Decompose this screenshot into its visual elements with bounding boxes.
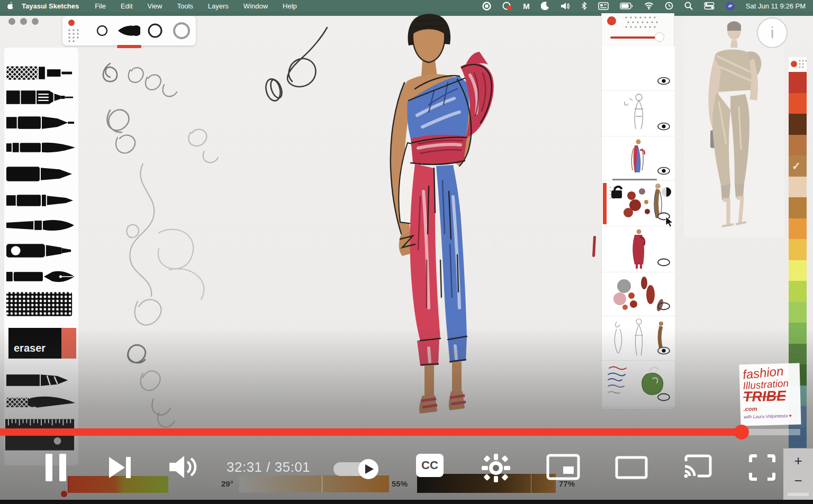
layer-hidden-eye-icon[interactable] bbox=[657, 393, 671, 404]
layer-red-figure[interactable] bbox=[602, 226, 675, 272]
assistant-app-icon[interactable] bbox=[726, 2, 735, 11]
menu-item-help[interactable]: Help bbox=[283, 2, 297, 10]
volume-button[interactable] bbox=[167, 454, 198, 480]
window-close-button[interactable] bbox=[8, 18, 15, 25]
zoom-out-button[interactable]: − bbox=[783, 473, 813, 489]
palette-swatch-4[interactable]: ✓ bbox=[789, 155, 807, 177]
bluetooth-icon[interactable] bbox=[581, 2, 587, 10]
menu-item-layers[interactable]: Layers bbox=[208, 2, 229, 10]
brush-tip-flat-shader[interactable] bbox=[115, 16, 142, 45]
palette-swatch-11[interactable] bbox=[789, 302, 807, 323]
layer-visible-eye-icon[interactable] bbox=[657, 167, 671, 177]
menu-item-window[interactable]: Window bbox=[243, 2, 268, 10]
palette-swatch-7[interactable] bbox=[789, 218, 807, 240]
layer-opacity-slider[interactable] bbox=[610, 36, 660, 39]
brush-tip-round-small[interactable] bbox=[89, 16, 115, 45]
fullscreen-button[interactable] bbox=[748, 454, 776, 481]
cast-button[interactable] bbox=[683, 454, 713, 479]
watermark-line3: TRIBE bbox=[743, 389, 787, 404]
palette-swatch-9[interactable] bbox=[789, 260, 807, 281]
fineliner-pen-tool[interactable] bbox=[5, 112, 76, 133]
volume-icon[interactable] bbox=[561, 2, 570, 10]
marker-tool[interactable] bbox=[5, 163, 76, 185]
settings-button[interactable] bbox=[481, 453, 511, 483]
layer-colored-figure[interactable] bbox=[602, 136, 675, 181]
moon-icon[interactable] bbox=[541, 2, 549, 10]
layers-texture-dots-icon[interactable] bbox=[624, 15, 659, 30]
layer-pencil-sketch[interactable] bbox=[602, 91, 675, 136]
menu-status-icons: M Sat Jun 11 9:26 PM bbox=[482, 2, 806, 11]
craft-knife-tool[interactable] bbox=[5, 392, 76, 411]
layer-handwritten-notes[interactable] bbox=[602, 361, 675, 407]
pencil-tool[interactable] bbox=[5, 370, 76, 389]
technical-pen-tool[interactable] bbox=[5, 87, 76, 108]
airbrush-tool[interactable] bbox=[5, 290, 76, 318]
palette-swatch-13[interactable] bbox=[789, 344, 807, 365]
palette-swatch-12[interactable] bbox=[789, 323, 807, 344]
brush-texture-settings[interactable] bbox=[62, 16, 89, 45]
apple-menu-icon[interactable] bbox=[6, 2, 14, 10]
layer-paint-practice-selected[interactable] bbox=[602, 181, 675, 226]
layer-visible-eye-icon[interactable] bbox=[657, 346, 671, 357]
info-button[interactable]: i bbox=[757, 17, 788, 48]
layer-color-blobs[interactable] bbox=[602, 272, 675, 316]
spotlight-search-icon[interactable] bbox=[684, 2, 693, 10]
control-center-icon[interactable] bbox=[704, 2, 715, 10]
video-progress-bar[interactable] bbox=[0, 428, 813, 436]
layer-hidden-eye-icon[interactable] bbox=[657, 302, 671, 313]
calligraphy-pen-tool[interactable] bbox=[5, 190, 76, 210]
eraser-label: eraser bbox=[14, 342, 46, 354]
palette-swatch-8[interactable] bbox=[789, 239, 807, 260]
menu-item-file[interactable]: File bbox=[95, 2, 106, 10]
layer-visible-eye-icon[interactable] bbox=[657, 122, 671, 133]
brush-tip-round-medium[interactable] bbox=[142, 16, 168, 45]
palette-swatch-3[interactable] bbox=[789, 135, 807, 156]
reference-photo bbox=[684, 17, 784, 237]
paintbrush-tool[interactable] bbox=[5, 216, 76, 235]
macos-menu-bar: Tayasui Sketches FileEditViewToolsLayers… bbox=[0, 0, 813, 12]
palette-swatch-0[interactable] bbox=[789, 72, 807, 93]
autoplay-toggle[interactable] bbox=[332, 458, 382, 479]
layer-divider-mark bbox=[612, 179, 657, 180]
layer-visible-eye-icon[interactable] bbox=[657, 77, 671, 87]
palette-settings-icon[interactable] bbox=[789, 57, 807, 72]
zoom-in-button[interactable]: + bbox=[783, 453, 813, 469]
battery-icon[interactable] bbox=[620, 3, 633, 10]
layer-hidden-eye-icon[interactable] bbox=[657, 258, 671, 269]
rollerball-pen-tool[interactable] bbox=[5, 240, 76, 261]
layers-color-dot[interactable] bbox=[607, 16, 616, 25]
time-machine-icon[interactable] bbox=[665, 2, 673, 10]
textured-pen-tool[interactable] bbox=[5, 62, 76, 84]
palette-swatch-1[interactable] bbox=[789, 93, 807, 114]
fountain-pen-tool[interactable] bbox=[5, 267, 76, 287]
palette-swatch-10[interactable] bbox=[789, 281, 807, 302]
progress-scrubber-knob[interactable] bbox=[734, 425, 749, 439]
screen-mirroring-icon[interactable] bbox=[502, 2, 512, 11]
input-source-icon[interactable] bbox=[598, 2, 609, 10]
menu-item-tools[interactable]: Tools bbox=[177, 2, 193, 10]
brush-pen-tool[interactable] bbox=[5, 138, 76, 158]
captions-button[interactable]: CC bbox=[416, 454, 444, 477]
layer-sketch-studies[interactable] bbox=[602, 316, 675, 361]
palette-swatch-5[interactable] bbox=[789, 177, 807, 198]
wifi-icon[interactable] bbox=[644, 2, 654, 10]
menu-clock[interactable]: Sat Jun 11 9:26 PM bbox=[746, 2, 806, 10]
gmail-icon[interactable]: M bbox=[523, 2, 530, 11]
palette-swatch-2[interactable] bbox=[789, 114, 807, 135]
layer-opacity-knob[interactable] bbox=[655, 32, 664, 42]
next-button[interactable] bbox=[106, 454, 133, 481]
record-stop-icon[interactable] bbox=[482, 2, 491, 11]
pause-button[interactable] bbox=[43, 453, 70, 482]
theater-mode-button[interactable] bbox=[615, 456, 648, 479]
palette-swatch-6[interactable] bbox=[789, 197, 807, 218]
eraser-tool[interactable]: eraser bbox=[5, 328, 76, 359]
active-app-name[interactable]: Tayasui Sketches bbox=[22, 2, 79, 10]
window-minimize-button[interactable] bbox=[20, 18, 27, 25]
miniplayer-button[interactable] bbox=[546, 454, 580, 480]
video-frame[interactable]: Tayasui Sketches FileEditViewToolsLayers… bbox=[0, 0, 813, 504]
layer-empty[interactable] bbox=[602, 47, 675, 91]
menu-item-view[interactable]: View bbox=[148, 2, 162, 10]
brush-tip-round-large-soft[interactable] bbox=[168, 16, 195, 45]
menu-item-edit[interactable]: Edit bbox=[121, 2, 132, 10]
window-zoom-button[interactable] bbox=[32, 18, 39, 25]
